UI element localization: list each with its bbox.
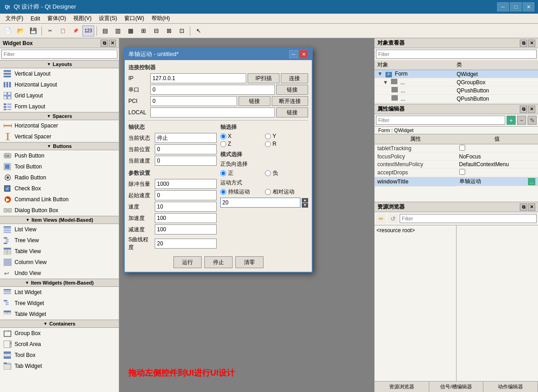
dialog-minimize-btn[interactable]: ─ — [289, 50, 298, 58]
prop-add-btn[interactable]: + — [507, 116, 516, 125]
item-command-link-button[interactable]: ▶ Command Link Button — [0, 194, 119, 205]
table-row[interactable]: tabletTracking — [375, 144, 538, 153]
tb-open-button[interactable]: 📂 — [15, 25, 26, 36]
close-button[interactable]: ✕ — [523, 2, 534, 11]
menu-window[interactable]: 窗口(W) — [121, 14, 147, 23]
axis-x-radio[interactable] — [220, 133, 226, 139]
table-row[interactable]: ... QPushButton — [375, 87, 538, 95]
widget-box-close-button[interactable]: ✕ — [109, 40, 116, 47]
res-browser-float-btn[interactable]: ⧉ — [520, 204, 527, 211]
reset-button[interactable]: 清零 — [235, 256, 264, 268]
tb-layout3-button[interactable]: ▦ — [125, 25, 137, 36]
menu-edit[interactable]: Edit — [27, 15, 44, 23]
prop-editor-float-btn[interactable]: ⧉ — [520, 106, 527, 113]
scurve-input[interactable] — [155, 239, 217, 249]
obj-browser-close-btn[interactable]: ✕ — [528, 40, 535, 47]
tablet-tracking-checkbox[interactable] — [459, 145, 465, 151]
item-check-box[interactable]: ✓ Check Box — [0, 183, 119, 194]
item-scroll-area[interactable]: Scroll Area — [0, 339, 119, 350]
port-input[interactable] — [150, 85, 275, 95]
section-item-widgets[interactable]: ▼ Item Widgets (Item-Based) — [0, 279, 119, 287]
table-row[interactable]: ▼ F Form QWidget — [375, 70, 538, 78]
dir-pos-radio[interactable] — [220, 170, 226, 176]
item-tree-view[interactable]: Tree View — [0, 235, 119, 246]
item-table-widget[interactable]: Table Widget — [0, 309, 119, 320]
item-tool-box[interactable]: Tool Box — [0, 350, 119, 361]
res-filter-input[interactable] — [400, 214, 537, 223]
motion-continuous-radio[interactable] — [220, 189, 226, 195]
dialog-close-btn[interactable]: ✕ — [299, 50, 308, 58]
connect-button[interactable]: 连接 — [281, 73, 308, 83]
section-buttons[interactable]: ▼ Buttons — [0, 142, 119, 150]
prop-filter-input[interactable] — [376, 116, 505, 125]
decel-input[interactable] — [155, 224, 217, 234]
table-row[interactable]: focusPolicy NoFocus — [375, 153, 538, 161]
res-tab-actions[interactable]: 动作编辑器 — [483, 382, 538, 392]
obj-browser-filter-input[interactable] — [376, 50, 537, 59]
tb-num-button[interactable]: 123 — [82, 25, 94, 36]
ip-scan-button[interactable]: IP扫描 — [248, 73, 279, 83]
distance-down-arrow[interactable]: ▼ — [302, 203, 308, 208]
item-radio-button[interactable]: Radio Button — [0, 172, 119, 183]
ip-input[interactable] — [150, 73, 246, 83]
item-push-button[interactable]: OK Push Button — [0, 150, 119, 161]
res-tab-resources[interactable]: 资源浏览器 — [375, 382, 429, 392]
motion-relative-radio[interactable] — [265, 189, 271, 195]
tb-pointer-button[interactable]: ↖ — [193, 25, 204, 36]
res-tab-signals[interactable]: 信号/槽编辑器 — [429, 382, 484, 392]
maximize-button[interactable]: □ — [510, 2, 522, 11]
table-row[interactable]: ... QPushButton — [375, 95, 538, 103]
item-list-widget[interactable]: List Widget — [0, 287, 119, 298]
item-vertical-layout[interactable]: Vertical Layout — [0, 68, 119, 79]
item-grid-layout[interactable]: Grid Layout — [0, 90, 119, 101]
pulse-input[interactable] — [155, 179, 217, 189]
table-row[interactable]: contextMenuPolicy DefaultContextMenu — [375, 161, 538, 168]
accel-input[interactable] — [155, 213, 217, 223]
section-spacers[interactable]: ▼ Spacers — [0, 112, 119, 120]
item-tool-button[interactable]: Tool Button — [0, 161, 119, 172]
stop-button[interactable]: 停止 — [204, 256, 233, 268]
section-layouts[interactable]: ▼ Layouts — [0, 60, 119, 68]
axis-y-radio[interactable] — [265, 133, 271, 139]
run-button[interactable]: 运行 — [173, 256, 202, 268]
start-speed-input[interactable] — [155, 190, 217, 200]
tb-cut-button[interactable]: ✂ — [44, 25, 56, 36]
item-table-view[interactable]: Table View — [0, 246, 119, 257]
tb-layout6-button[interactable]: ⊠ — [163, 25, 175, 36]
local-input[interactable] — [150, 107, 275, 117]
widget-box-filter-input[interactable] — [1, 50, 117, 59]
tb-new-button[interactable]: 📄 — [2, 25, 14, 36]
item-tree-widget[interactable]: Tree Widget — [0, 298, 119, 309]
tb-layout4-button[interactable]: ⊞ — [137, 25, 149, 36]
local-link-button[interactable]: 链接 — [276, 107, 308, 117]
item-list-view[interactable]: List View — [0, 224, 119, 235]
item-dialog-button-box[interactable]: Dialog Button Box — [0, 205, 119, 216]
section-item-views[interactable]: ▼ Item Views (Model-Based) — [0, 216, 119, 224]
tb-copy-button[interactable]: 📋 — [57, 25, 69, 36]
prop-edit-btn2[interactable]: ✎ — [528, 116, 537, 125]
port-link-button[interactable]: 链接 — [276, 85, 308, 95]
tb-layout1-button[interactable]: ▤ — [99, 25, 111, 36]
axis-z-radio[interactable] — [220, 141, 226, 147]
tb-layout7-button[interactable]: ⊡ — [176, 25, 188, 36]
item-form-layout[interactable]: Form Layout — [0, 101, 119, 112]
tb-save-button[interactable]: 💾 — [27, 25, 39, 36]
item-undo-view[interactable]: ↩ Undo View — [0, 268, 119, 279]
speed-input[interactable] — [155, 202, 217, 212]
accept-drops-checkbox[interactable] — [459, 169, 465, 175]
item-horizontal-spacer[interactable]: Horizontal Spacer — [0, 120, 119, 131]
minimize-button[interactable]: ─ — [497, 2, 509, 11]
window-title-edit-btn[interactable]: ... — [528, 178, 535, 185]
prop-value-tablet-tracking[interactable] — [457, 144, 538, 153]
pci-link-button[interactable]: 链接 — [239, 96, 270, 106]
res-browser-close-btn[interactable]: ✕ — [528, 204, 535, 211]
table-row[interactable]: acceptDrops — [375, 168, 538, 177]
table-row[interactable]: ▼ ... QGroupBox — [375, 78, 538, 87]
menu-view[interactable]: 视图(V) — [70, 14, 95, 23]
item-vertical-spacer[interactable]: Vertical Spacer — [0, 131, 119, 142]
tb-layout5-button[interactable]: ⊟ — [150, 25, 162, 36]
axis-r-radio[interactable] — [265, 141, 271, 147]
menu-help[interactable]: 帮助(H) — [148, 14, 174, 23]
current-pos-input[interactable] — [155, 144, 217, 154]
distance-up-arrow[interactable]: ▲ — [302, 198, 308, 203]
